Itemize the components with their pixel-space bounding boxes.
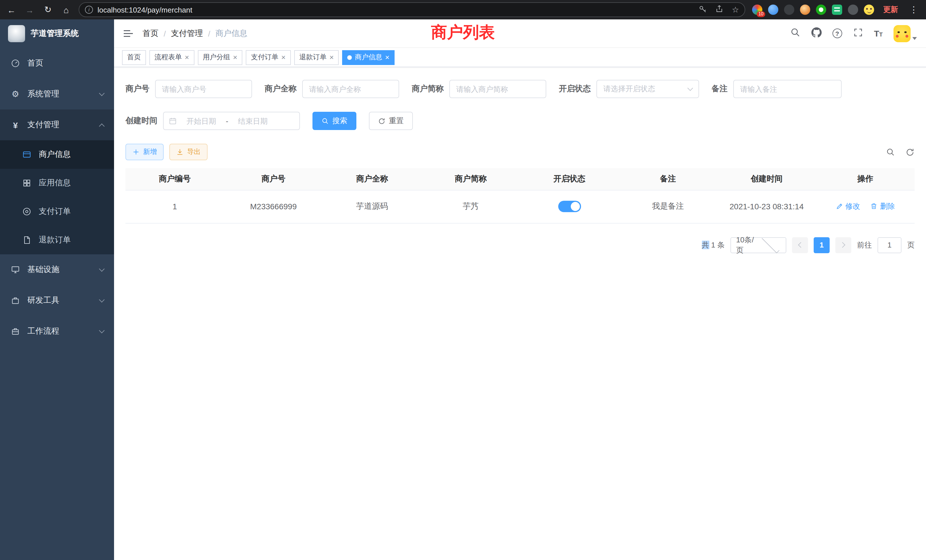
chevron-down-icon <box>99 328 104 333</box>
sidebar-item-merchant-info[interactable]: 商户信息 <box>0 140 114 169</box>
bookmark-star-icon[interactable]: ☆ <box>732 5 739 14</box>
close-icon[interactable]: × <box>330 54 334 61</box>
pagination: 共 1 条 10条/页 1 前往 页 <box>126 237 915 253</box>
toolbox-icon <box>10 296 21 305</box>
edit-link[interactable]: 修改 <box>836 201 860 212</box>
extension-note-icon[interactable] <box>832 5 842 15</box>
sidebar-toggle-icon[interactable] <box>123 29 133 38</box>
chevron-down-icon <box>99 90 104 96</box>
filter-label: 备注 <box>712 84 728 94</box>
extension-palette-icon[interactable]: 10 <box>752 5 763 15</box>
search-button[interactable]: 搜索 <box>312 112 356 130</box>
short-name-input[interactable] <box>456 85 539 93</box>
profile-avatar-icon[interactable] <box>864 5 874 15</box>
avatar-image <box>894 25 911 42</box>
browser-home-icon[interactable]: ⌂ <box>61 5 72 15</box>
breadcrumb-payment[interactable]: 支付管理 <box>171 28 203 38</box>
extension-drop-icon[interactable] <box>768 5 778 15</box>
filter-full-name: 商户全称 <box>265 80 399 98</box>
tab-user-group[interactable]: 用户分组× <box>198 50 242 65</box>
logo[interactable]: 芋道管理系统 <box>0 20 114 48</box>
refresh-icon[interactable] <box>905 147 915 157</box>
sidebar-item-dev-tools[interactable]: 研发工具 <box>0 285 114 316</box>
breadcrumb-home[interactable]: 首页 <box>142 28 159 38</box>
yen-icon: ¥ <box>10 120 21 130</box>
font-size-icon[interactable]: TT <box>874 29 883 38</box>
sidebar-item-label: 支付管理 <box>27 120 59 130</box>
close-icon[interactable]: × <box>385 54 389 61</box>
tab-refund-order[interactable]: 退款订单× <box>294 50 339 65</box>
remark-input[interactable] <box>740 85 835 93</box>
sidebar-item-refund-order[interactable]: 退款订单 <box>0 226 114 254</box>
site-info-icon[interactable]: i <box>85 6 93 14</box>
browser-forward-icon[interactable]: → <box>24 5 35 15</box>
breadcrumb-separator: / <box>208 29 210 38</box>
fullscreen-icon[interactable] <box>853 27 863 39</box>
app-frame: 芋道管理系统 首页 ⚙ 系统管理 ¥ 支付管理 <box>0 20 926 560</box>
cell-merchant-id: 1 <box>126 190 224 223</box>
search-icon[interactable] <box>790 27 800 39</box>
sidebar-item-app-info[interactable]: 应用信息 <box>0 169 114 197</box>
sidebar-item-workflow[interactable]: 工作流程 <box>0 316 114 347</box>
page-1-button[interactable]: 1 <box>814 237 830 253</box>
browser-back-icon[interactable]: ← <box>6 5 17 15</box>
sidebar-item-label: 商户信息 <box>39 150 71 160</box>
tab-merchant-info[interactable]: 商户信息× <box>342 50 395 65</box>
logo-title: 芋道管理系统 <box>31 29 79 39</box>
sidebar-item-payment[interactable]: ¥ 支付管理 <box>0 109 114 140</box>
date-range-picker[interactable]: - <box>163 112 300 130</box>
close-icon[interactable]: × <box>281 54 285 61</box>
full-name-input[interactable] <box>309 85 392 93</box>
card-icon <box>22 150 32 159</box>
sidebar-item-infra[interactable]: 基础设施 <box>0 254 114 285</box>
page-size-value: 10条/页 <box>736 235 757 255</box>
start-date-input[interactable] <box>180 117 222 125</box>
extension-pin-icon[interactable] <box>848 5 858 15</box>
close-icon[interactable]: × <box>233 54 237 61</box>
status-select[interactable]: 请选择开启状态 <box>596 80 699 98</box>
col-create-time: 创建时间 <box>717 168 816 190</box>
prev-page-button[interactable] <box>792 237 808 253</box>
share-icon[interactable] <box>715 4 724 15</box>
page-size-select[interactable]: 10条/页 <box>731 237 786 253</box>
edit-label: 修改 <box>845 201 860 212</box>
sidebar-item-home[interactable]: 首页 <box>0 48 114 79</box>
browser-reload-icon[interactable]: ↻ <box>42 5 54 15</box>
extension-dark-icon[interactable] <box>784 5 794 15</box>
extension-wechat-icon[interactable] <box>816 5 826 15</box>
filter-label: 商户号 <box>126 84 150 94</box>
sidebar-item-pay-order[interactable]: 支付订单 <box>0 197 114 226</box>
browser-update-button[interactable]: 更新 <box>881 3 900 16</box>
goto-page-input[interactable] <box>878 237 902 253</box>
total-count: 1 <box>711 241 715 249</box>
tab-label: 流程表单 <box>154 53 182 62</box>
next-page-button[interactable] <box>835 237 851 253</box>
url-bar[interactable]: i localhost:1024/pay/merchant ☆ <box>79 2 745 17</box>
user-avatar[interactable] <box>894 25 917 42</box>
reset-button[interactable]: 重置 <box>369 112 413 130</box>
delete-link[interactable]: 删除 <box>870 201 895 212</box>
password-key-icon[interactable] <box>699 4 707 15</box>
hide-search-icon[interactable] <box>886 147 895 157</box>
help-icon[interactable]: ? <box>832 29 842 38</box>
status-toggle[interactable] <box>558 201 581 212</box>
logo-avatar <box>8 25 25 42</box>
end-date-input[interactable] <box>232 117 274 125</box>
close-icon[interactable]: × <box>185 54 189 61</box>
extension-avatar-icon[interactable] <box>800 5 810 15</box>
filter-label: 商户简称 <box>412 84 443 94</box>
sidebar-item-system[interactable]: ⚙ 系统管理 <box>0 79 114 109</box>
add-button[interactable]: 新增 <box>126 144 163 160</box>
tab-process-form[interactable]: 流程表单× <box>150 50 194 65</box>
export-button[interactable]: 导出 <box>169 144 207 160</box>
url-text[interactable]: localhost:1024/pay/merchant <box>97 5 694 14</box>
browser-menu-icon[interactable]: ⋮ <box>907 5 920 15</box>
cell-actions: 修改 删除 <box>816 190 915 223</box>
gear-icon: ⚙ <box>10 89 21 99</box>
github-icon[interactable] <box>811 27 822 39</box>
tab-home[interactable]: 首页 <box>122 50 146 65</box>
pagination-total: 共 1 条 <box>702 240 725 250</box>
tab-pay-order[interactable]: 支付订单× <box>246 50 291 65</box>
merchant-no-input[interactable] <box>162 85 245 93</box>
top-navbar: 首页 / 支付管理 / 商户信息 ? TT <box>114 20 926 48</box>
